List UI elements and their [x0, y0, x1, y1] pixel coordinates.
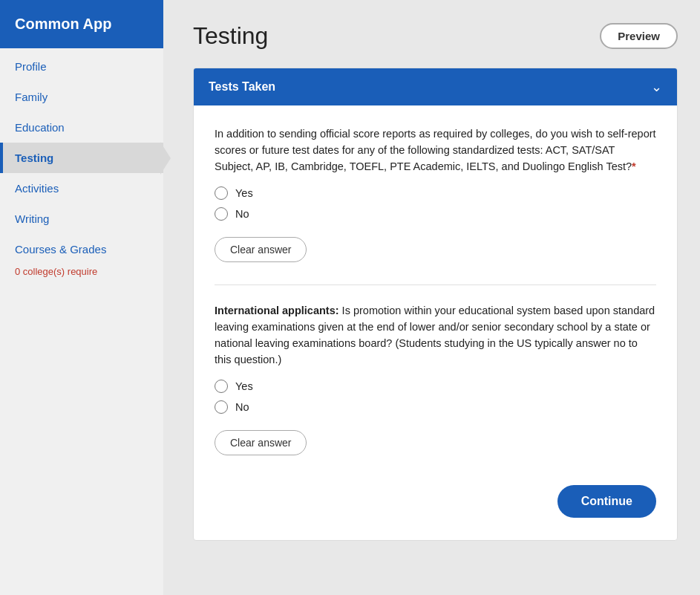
- card-header: Tests Taken ⌄: [194, 68, 677, 105]
- main-content: Testing Preview Tests Taken ⌄ In additio…: [163, 0, 700, 595]
- question1-required: *: [632, 160, 636, 172]
- question1-yes-radio[interactable]: [215, 186, 228, 200]
- question1-text: In addition to sending official score re…: [215, 126, 656, 175]
- sidebar-header: Common App: [0, 0, 163, 48]
- sidebar-item-courses-grades[interactable]: Courses & Grades: [0, 234, 163, 264]
- sidebar-nav: Profile Family Education Testing Activit…: [0, 48, 163, 283]
- question2-yes-label: Yes: [235, 380, 253, 392]
- tests-taken-card: Tests Taken ⌄ In addition to sending off…: [193, 68, 678, 541]
- divider: [215, 285, 656, 285]
- sidebar-item-label: Profile: [15, 60, 47, 73]
- question1-content: In addition to sending official score re…: [215, 128, 656, 172]
- sidebar: Common App Profile Family Education Test…: [0, 0, 163, 595]
- continue-button[interactable]: Continue: [557, 485, 656, 518]
- sidebar-item-education[interactable]: Education: [0, 112, 163, 143]
- sidebar-item-activities[interactable]: Activities: [0, 173, 163, 204]
- sidebar-item-label: Activities: [15, 182, 59, 195]
- sidebar-item-label: Testing: [15, 152, 53, 164]
- question1-no-label: No: [235, 208, 249, 220]
- question1-no-option[interactable]: No: [215, 207, 656, 221]
- sidebar-item-label: Education: [15, 121, 65, 134]
- question2-bold-prefix: International applicants:: [215, 305, 339, 316]
- card-header-title: Tests Taken: [209, 80, 275, 94]
- sidebar-item-label: Writing: [15, 212, 49, 225]
- sidebar-item-label: Courses & Grades: [15, 243, 106, 256]
- card-body: In addition to sending official score re…: [194, 105, 677, 540]
- sidebar-item-writing[interactable]: Writing: [0, 204, 163, 234]
- question2-clear-button[interactable]: Clear answer: [215, 430, 307, 455]
- question1-yes-option[interactable]: Yes: [215, 186, 656, 200]
- preview-button[interactable]: Preview: [600, 23, 678, 49]
- question2-yes-option[interactable]: Yes: [215, 380, 656, 393]
- question1-block: In addition to sending official score re…: [215, 126, 656, 262]
- question1-no-radio[interactable]: [215, 207, 228, 221]
- question2-block: International applicants: Is promotion w…: [215, 303, 656, 455]
- question2-no-option[interactable]: No: [215, 400, 656, 414]
- page-title: Testing: [193, 22, 268, 50]
- chevron-down-icon[interactable]: ⌄: [651, 79, 662, 95]
- question2-yes-radio[interactable]: [215, 380, 228, 393]
- continue-row: Continue: [215, 478, 656, 518]
- question1-yes-label: Yes: [235, 187, 253, 199]
- sidebar-item-label: Family: [15, 91, 48, 103]
- page-title-row: Testing Preview: [193, 22, 678, 50]
- question2-no-label: No: [235, 401, 249, 413]
- sidebar-item-testing[interactable]: Testing: [0, 143, 163, 173]
- sidebar-item-profile[interactable]: Profile: [0, 51, 163, 82]
- active-bar: [0, 143, 3, 173]
- sidebar-app-title: Common App: [15, 16, 111, 33]
- courses-sub-label: 0 college(s) require: [0, 264, 163, 283]
- question1-clear-button[interactable]: Clear answer: [215, 237, 307, 262]
- question2-text: International applicants: Is promotion w…: [215, 303, 656, 368]
- sidebar-item-family[interactable]: Family: [0, 82, 163, 112]
- question2-no-radio[interactable]: [215, 400, 228, 414]
